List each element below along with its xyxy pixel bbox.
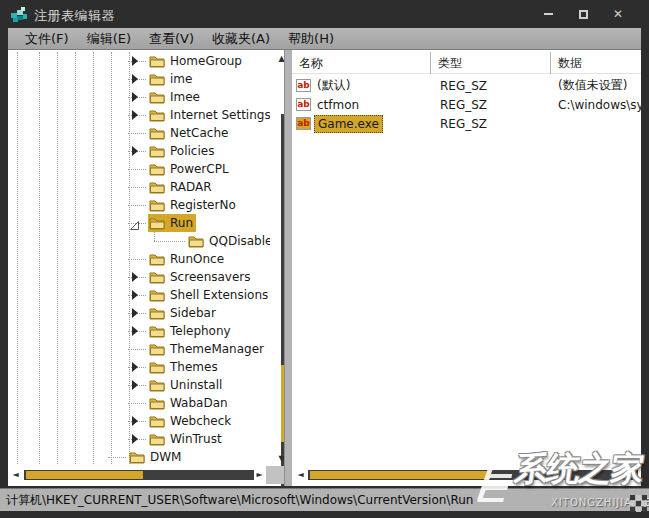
expand-arrow-icon[interactable] [132,380,138,390]
expand-arrow-icon[interactable] [132,434,138,444]
arrow-left-icon: ◄ [12,471,18,479]
menu-item-3[interactable]: 查看(V) [140,28,203,50]
tree-item-ime[interactable]: ime [8,70,270,88]
value-name: Game.exe [314,115,383,133]
value-type-cell: REG_SZ [440,114,555,133]
value-row-game-exe[interactable]: abGame.exeREG_SZ [292,114,641,133]
folder-icon [129,451,145,464]
tree-connector [128,187,146,188]
tree-item-label: Internet Settings [170,108,270,122]
tree-hscroll-left-button[interactable]: ◄ [8,468,23,481]
tree-item-internet-settings[interactable]: Internet Settings [8,106,270,124]
value-row-ctfmon[interactable]: abctfmonREG_SZC:\windows\sys [292,95,641,114]
tree-node: ime [148,70,195,88]
list-hscroll-thumb[interactable] [310,471,490,479]
tree-item-shell-extensions[interactable]: Shell Extensions [8,286,270,304]
tree-item-imee[interactable]: Imee [8,88,270,106]
column-header-3[interactable]: 数据 [551,52,641,74]
value-data-cell [558,114,641,133]
tree-hscroll-thumb[interactable] [26,471,143,479]
close-button[interactable]: ✕ [605,4,631,24]
tree-item-label: Run [170,216,193,230]
folder-icon [149,253,165,266]
expand-arrow-icon[interactable] [132,362,138,372]
tree-connector [128,403,146,404]
tree-item-qqdisabled[interactable]: QQDisabled [8,232,270,250]
tree-item-label: QQDisabled [209,234,270,248]
column-header-1[interactable]: 名称 [292,52,431,74]
expand-arrow-icon[interactable] [132,272,138,282]
menu-item-1[interactable]: 文件(F) [16,28,78,50]
tree-node: Policies [148,142,217,160]
arrow-right-icon: ► [256,471,262,479]
tree-node: PowerCPL [148,160,232,178]
tree-node: Internet Settings [148,106,270,124]
menubar: 文件(F)编辑(E)查看(V)收藏夹(A)帮助(H) [8,28,641,50]
values-panel: 名称类型数据 ab(默认)REG_SZ(数值未设置)abctfmonREG_SZ… [292,50,641,486]
value-type-cell: REG_SZ [440,76,555,95]
tree-connector [154,241,185,242]
tree-item-netcache[interactable]: NetCache [8,124,270,142]
tree-vscroll-down-button[interactable]: ▼ [271,452,284,465]
folder-icon [149,361,165,374]
tree-item-label: Imee [170,90,200,104]
tree-item-label: Telephony [170,324,231,338]
tree-node: HomeGroup [148,52,245,70]
folder-icon [149,127,165,140]
tree-item-webcheck[interactable]: Webcheck [8,412,270,430]
expand-arrow-icon[interactable] [132,110,138,120]
expand-arrow-icon[interactable] [132,92,138,102]
panel-splitter[interactable] [284,50,292,486]
tree-item-label: Policies [170,144,214,158]
tree-node: RADAR [148,178,215,196]
tree-item-uninstall[interactable]: Uninstall [8,376,270,394]
expand-arrow-icon[interactable] [132,146,138,156]
tree-item-run[interactable]: Run [8,214,270,232]
menu-item-2[interactable]: 编辑(E) [78,28,140,50]
folder-icon [149,91,165,104]
tree-item-wintrust[interactable]: WinTrust [8,430,270,448]
reg-sz-icon: ab [296,79,311,92]
tree-item-sidebar[interactable]: Sidebar [8,304,270,322]
tree-node: Sidebar [148,304,219,322]
tree-item-thememanager[interactable]: ThemeManager [8,340,270,358]
tree-item-radar[interactable]: RADAR [8,178,270,196]
expand-arrow-icon[interactable] [132,74,138,84]
tree-item-screensavers[interactable]: Screensavers [8,268,270,286]
tree-item-label: PowerCPL [170,162,229,176]
folder-icon [149,55,165,68]
tree-item-policies[interactable]: Policies [8,142,270,160]
tree-hscroll-right-button[interactable]: ► [252,468,267,481]
tree-item-telephony[interactable]: Telephony [8,322,270,340]
collapse-arrow-icon[interactable] [130,219,139,233]
tree-item-runonce[interactable]: RunOnce [8,250,270,268]
tree-connector [128,259,146,260]
tree-vscroll-up-button[interactable]: ▲ [271,52,284,65]
tree-item-dwm[interactable]: DWM [8,448,270,466]
tree-node: RegisterNo [148,196,239,214]
expand-arrow-icon[interactable] [132,56,138,66]
expand-arrow-icon[interactable] [132,416,138,426]
expand-arrow-icon[interactable] [132,308,138,318]
tree-item-themes[interactable]: Themes [8,358,270,376]
registry-editor-window: 注册表编辑器 ✕ 文件(F)编辑(E)查看(V)收藏夹(A)帮助(H) Home… [0,0,649,518]
tree-item-registerno[interactable]: RegisterNo [8,196,270,214]
reg-sz-icon: ab [296,98,311,111]
expand-arrow-icon[interactable] [132,290,138,300]
tree-node: Run [148,214,196,232]
tree-item-label: NetCache [170,126,228,140]
tree-item-homegroup[interactable]: HomeGroup [8,52,270,70]
tree-item-powercpl[interactable]: PowerCPL [8,160,270,178]
minimize-button[interactable] [535,4,561,24]
tree-item-label: RegisterNo [170,198,236,212]
value-type-cell: REG_SZ [440,95,555,114]
column-header-2[interactable]: 类型 [431,52,551,74]
value-row--[interactable]: ab(默认)REG_SZ(数值未设置) [292,76,641,95]
list-hscroll-left-button[interactable]: ◄ [293,468,308,481]
folder-icon [188,235,204,248]
tree-item-wabadan[interactable]: WabaDan [8,394,270,412]
maximize-button[interactable] [570,4,596,24]
menu-item-4[interactable]: 收藏夹(A) [203,28,279,50]
menu-item-5[interactable]: 帮助(H) [279,28,343,50]
expand-arrow-icon[interactable] [132,326,138,336]
